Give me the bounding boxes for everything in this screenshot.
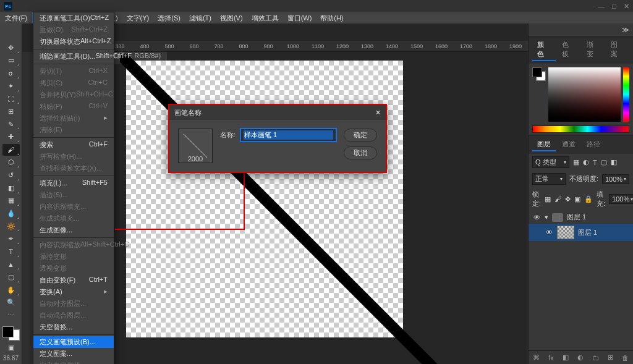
- brush-tool[interactable]: 🖌: [2, 144, 20, 156]
- menu-item[interactable]: 文字(Y): [123, 12, 153, 24]
- lock-position-icon[interactable]: ✥: [565, 195, 571, 203]
- layer-mask-icon[interactable]: ◧: [563, 353, 569, 362]
- menu-item: 描边(S)...: [33, 189, 114, 201]
- pen-tool[interactable]: ✒: [2, 233, 20, 245]
- hue-slider[interactable]: [623, 67, 629, 122]
- gradient-tool[interactable]: ▦: [2, 195, 20, 207]
- brush-name-input[interactable]: 样本画笔 1: [240, 129, 336, 142]
- tab-paths[interactable]: 路径: [582, 138, 605, 151]
- menu-item: 拼写检查(H)...: [33, 151, 114, 163]
- menu-item[interactable]: 生成图像...: [33, 224, 114, 236]
- ok-button[interactable]: 确定: [344, 129, 377, 142]
- quick-select-tool[interactable]: ✦: [2, 80, 20, 92]
- lock-artboard-icon[interactable]: ▣: [574, 195, 580, 203]
- menu-item[interactable]: 天空替换...: [33, 321, 114, 333]
- tab-layers[interactable]: 图层: [532, 138, 556, 151]
- lock-paint-icon[interactable]: 🖌: [554, 195, 561, 203]
- layer-name[interactable]: 图层 1: [578, 228, 597, 237]
- lock-label: 锁定:: [532, 190, 541, 208]
- menu-item[interactable]: 定义图案...: [33, 348, 114, 360]
- lasso-tool[interactable]: ⭘: [2, 67, 20, 79]
- tab-channels[interactable]: 通道: [557, 138, 580, 151]
- window-close[interactable]: ✕: [624, 2, 629, 11]
- brush-stroke: [120, 54, 528, 364]
- lock-transparency-icon[interactable]: ▦: [545, 195, 551, 203]
- menu-item: 粘贴(P)Ctrl+V: [33, 101, 114, 112]
- fg-bg-colors[interactable]: [2, 326, 20, 341]
- fill-value[interactable]: 100%▾: [609, 194, 633, 204]
- menu-item[interactable]: 填充(L)...Shift+F5: [33, 177, 114, 189]
- layer-row[interactable]: 👁 图层 1: [529, 224, 633, 241]
- tab-patterns[interactable]: 图案: [606, 39, 629, 61]
- marquee-tool[interactable]: ▭: [2, 55, 20, 67]
- frame-tool[interactable]: ⊞: [2, 106, 20, 117]
- menu-item[interactable]: 自由变换(F)Ctrl+T: [33, 274, 114, 286]
- color-swatch[interactable]: [532, 67, 546, 81]
- menu-item[interactable]: 增效工具: [248, 12, 283, 24]
- dodge-tool[interactable]: 🔆: [2, 221, 20, 232]
- visibility-icon[interactable]: 👁: [532, 213, 541, 222]
- crop-tool[interactable]: ⛶: [2, 93, 20, 105]
- filter-adjust-icon[interactable]: ◐: [583, 158, 589, 166]
- menu-item[interactable]: 还原画笔工具(O)Ctrl+Z: [33, 12, 114, 24]
- color-field[interactable]: [548, 67, 621, 122]
- history-brush-tool[interactable]: ↺: [2, 169, 20, 181]
- type-tool[interactable]: T: [2, 246, 20, 258]
- eyedropper-tool[interactable]: ✎: [2, 119, 20, 130]
- blur-tool[interactable]: 💧: [2, 208, 20, 219]
- stamp-tool[interactable]: ⬡: [2, 157, 20, 169]
- adjustment-layer-icon[interactable]: ◐: [577, 353, 584, 362]
- eraser-tool[interactable]: ◧: [2, 182, 20, 194]
- move-tool[interactable]: ✥: [2, 42, 20, 54]
- layer-row-group[interactable]: 👁 ▾ 图层 1: [529, 211, 633, 224]
- window-minimize[interactable]: —: [598, 2, 605, 11]
- collapse-icon[interactable]: ≫: [622, 26, 629, 34]
- blend-mode-select[interactable]: 正常▾: [532, 173, 566, 185]
- menu-item[interactable]: 窗口(W): [284, 12, 316, 24]
- layers-panel: 图层 通道 路径 Q 类型▾ ▦ ◐ T ▢ ◧ 正常▾ 不透明度: 100%▾…: [529, 135, 633, 364]
- tab-swatches[interactable]: 色板: [557, 39, 580, 61]
- menu-item[interactable]: 渐隐画笔工具(D)...Shift+Ctrl+F: [33, 51, 114, 62]
- filter-shape-icon[interactable]: ▢: [601, 158, 607, 166]
- layer-style-icon[interactable]: fx: [548, 354, 554, 362]
- menu-item[interactable]: 文件(F): [1, 12, 31, 24]
- menu-item[interactable]: 定义画笔预设(B)...: [33, 336, 114, 348]
- screen-mode[interactable]: ▣: [2, 342, 20, 353]
- cancel-button[interactable]: 取消: [344, 146, 377, 159]
- menu-item[interactable]: 切换最终状态Alt+Ctrl+Z: [33, 36, 114, 48]
- hand-tool[interactable]: ✋: [2, 284, 20, 296]
- window-maximize[interactable]: □: [612, 2, 616, 11]
- menu-item[interactable]: 帮助(H): [316, 12, 347, 24]
- fill-label: 填充:: [597, 190, 605, 208]
- filter-smart-icon[interactable]: ◧: [611, 158, 617, 166]
- edit-toolbar[interactable]: ⋯: [2, 310, 20, 321]
- layer-kind-filter[interactable]: Q 类型▾: [532, 156, 569, 168]
- canvas[interactable]: [126, 61, 403, 337]
- filter-type-icon[interactable]: T: [593, 159, 597, 166]
- menu-item[interactable]: 视图(V): [216, 12, 247, 24]
- heal-tool[interactable]: ✚: [2, 131, 20, 143]
- menu-item[interactable]: 变换(A)▸: [33, 286, 114, 298]
- new-layer-icon[interactable]: ⊞: [608, 353, 613, 362]
- layer-thumbnail[interactable]: [557, 226, 574, 239]
- shape-tool[interactable]: ▢: [2, 271, 20, 283]
- menu-item[interactable]: 滤镜(T): [185, 12, 215, 24]
- lock-all-icon[interactable]: 🔒: [584, 195, 593, 203]
- tab-gradients[interactable]: 渐变: [582, 39, 605, 61]
- link-layers-icon[interactable]: ⌘: [533, 353, 540, 362]
- color-panel: 颜色 色板 渐变 图案: [529, 36, 633, 135]
- expand-icon[interactable]: ▾: [545, 213, 548, 221]
- path-select-tool[interactable]: ▲: [2, 259, 20, 271]
- tab-color[interactable]: 颜色: [532, 39, 556, 61]
- filter-pixel-icon[interactable]: ▦: [573, 158, 579, 166]
- delete-layer-icon[interactable]: 🗑: [622, 354, 629, 362]
- dialog-close-button[interactable]: ✕: [375, 109, 381, 117]
- menu-item[interactable]: 选择(S): [154, 12, 184, 24]
- layer-name[interactable]: 图层 1: [567, 213, 586, 222]
- layer-opacity-value[interactable]: 100%▾: [602, 174, 629, 184]
- color-ramp[interactable]: [532, 125, 629, 133]
- zoom-tool[interactable]: 🔍: [2, 297, 20, 309]
- new-group-icon[interactable]: 🗀: [592, 354, 599, 362]
- menu-item[interactable]: 搜索Ctrl+F: [33, 139, 114, 151]
- visibility-icon[interactable]: 👁: [545, 228, 553, 237]
